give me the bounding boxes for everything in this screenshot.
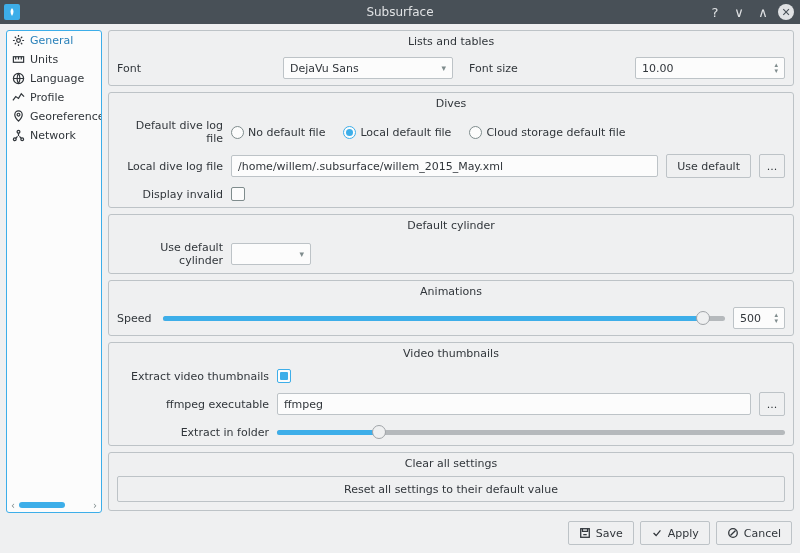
ffmpeg-browse-button[interactable]: ... xyxy=(759,392,785,416)
help-icon[interactable]: ? xyxy=(706,5,724,20)
group-title: Clear all settings xyxy=(109,453,793,476)
cancel-icon xyxy=(727,527,739,539)
cylinder-label: Use default cylinder xyxy=(117,241,223,267)
radio-no-default[interactable]: No default file xyxy=(231,126,325,139)
sidebar-item-language[interactable]: Language xyxy=(7,69,101,88)
minimize-icon[interactable]: ∨ xyxy=(730,5,748,20)
ffmpeg-label: ffmpeg executable xyxy=(117,398,269,411)
speed-label: Speed xyxy=(117,312,155,325)
group-title: Video thumbnails xyxy=(109,343,793,366)
local-log-label: Local dive log file xyxy=(117,160,223,173)
sidebar-item-label: Language xyxy=(30,72,84,85)
chart-icon xyxy=(12,91,25,104)
sidebar-item-label: Profile xyxy=(30,91,64,104)
chevron-left-icon[interactable]: ‹ xyxy=(11,500,15,511)
group-title: Lists and tables xyxy=(109,31,793,54)
font-value: DejaVu Sans xyxy=(290,62,359,75)
font-select[interactable]: DejaVu Sans ▾ xyxy=(283,57,453,79)
radio-cloud-default[interactable]: Cloud storage default file xyxy=(469,126,625,139)
svg-point-6 xyxy=(17,130,20,133)
group-animations: Animations Speed 500 ▴▾ xyxy=(108,280,794,336)
sidebar-item-label: Network xyxy=(30,129,76,142)
sidebar-item-georeference[interactable]: Georeference xyxy=(7,107,101,126)
category-sidebar: General Units Language Profile Georefere… xyxy=(6,30,102,513)
cancel-button[interactable]: Cancel xyxy=(716,521,792,545)
group-title: Dives xyxy=(109,93,793,116)
font-size-spinner[interactable]: 10.00 ▴▾ xyxy=(635,57,785,79)
sidebar-item-general[interactable]: General xyxy=(7,31,101,50)
group-video: Video thumbnails Extract video thumbnail… xyxy=(108,342,794,446)
browse-button[interactable]: ... xyxy=(759,154,785,178)
sidebar-scrollbar[interactable]: ‹ › xyxy=(7,498,101,512)
group-title: Animations xyxy=(109,281,793,304)
maximize-icon[interactable]: ∧ xyxy=(754,5,772,20)
cylinder-select[interactable]: ▾ xyxy=(231,243,311,265)
group-title: Default cylinder xyxy=(109,215,793,238)
chevron-down-icon: ▾ xyxy=(441,63,446,73)
chevron-right-icon[interactable]: › xyxy=(93,500,97,511)
folder-label: Extract in folder xyxy=(117,426,269,439)
sidebar-item-label: General xyxy=(30,34,73,47)
apply-button[interactable]: Apply xyxy=(640,521,710,545)
local-log-input[interactable]: /home/willem/.subsurface/willem_2015_May… xyxy=(231,155,658,177)
sidebar-item-label: Units xyxy=(30,53,58,66)
network-icon xyxy=(12,129,25,142)
chevron-down-icon: ▾ xyxy=(299,249,304,259)
svg-point-0 xyxy=(17,39,21,43)
group-lists-tables: Lists and tables Font DejaVu Sans ▾ Font… xyxy=(108,30,794,86)
window-title: Subsurface xyxy=(0,5,800,19)
speed-spinner[interactable]: 500 ▴▾ xyxy=(733,307,785,329)
close-icon[interactable]: ✕ xyxy=(778,4,794,20)
save-icon xyxy=(579,527,591,539)
sidebar-item-profile[interactable]: Profile xyxy=(7,88,101,107)
reset-all-button[interactable]: Reset all settings to their default valu… xyxy=(117,476,785,502)
font-size-label: Font size xyxy=(469,62,518,75)
extract-checkbox[interactable] xyxy=(277,369,291,383)
default-log-label: Default dive log file xyxy=(117,119,223,145)
gear-icon xyxy=(12,34,25,47)
sidebar-item-units[interactable]: Units xyxy=(7,50,101,69)
svg-point-3 xyxy=(17,113,20,116)
globe-icon xyxy=(12,72,25,85)
speed-slider[interactable] xyxy=(163,311,725,325)
ffmpeg-input[interactable]: ffmpeg xyxy=(277,393,751,415)
radio-local-default[interactable]: Local default file xyxy=(343,126,451,139)
extract-label: Extract video thumbnails xyxy=(117,370,269,383)
folder-slider[interactable] xyxy=(277,425,785,439)
sidebar-item-network[interactable]: Network xyxy=(7,126,101,145)
pin-icon xyxy=(12,110,25,123)
font-size-value: 10.00 xyxy=(642,62,674,75)
group-cylinder: Default cylinder Use default cylinder ▾ xyxy=(108,214,794,274)
group-dives: Dives Default dive log file No default f… xyxy=(108,92,794,208)
check-icon xyxy=(651,527,663,539)
save-button[interactable]: Save xyxy=(568,521,634,545)
use-default-button[interactable]: Use default xyxy=(666,154,751,178)
font-label: Font xyxy=(117,62,147,75)
group-clear: Clear all settings Reset all settings to… xyxy=(108,452,794,511)
sidebar-item-label: Georeference xyxy=(30,110,101,123)
ruler-icon xyxy=(12,53,25,66)
display-invalid-checkbox[interactable] xyxy=(231,187,245,201)
display-invalid-label: Display invalid xyxy=(117,188,223,201)
